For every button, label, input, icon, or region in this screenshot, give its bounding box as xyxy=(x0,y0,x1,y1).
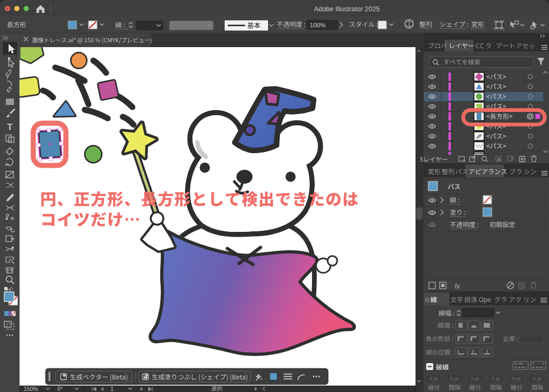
svg-text:0 pt: 0 pt xyxy=(533,375,541,381)
svg-text:0°: 0° xyxy=(57,386,63,392)
svg-text:150%: 150% xyxy=(24,386,38,392)
svg-text:1: 1 xyxy=(110,386,114,392)
svg-text:Adobe Illustrator 2025: Adobe Illustrator 2025 xyxy=(314,5,380,13)
svg-text:0 pt: 0 pt xyxy=(450,375,459,381)
svg-text:0 pt: 0 pt xyxy=(429,375,438,381)
svg-text:0 pt: 0 pt xyxy=(492,375,500,381)
svg-text:Ope: Ope xyxy=(479,296,491,304)
svg-text:fx: fx xyxy=(455,282,461,290)
svg-text:0 pt: 0 pt xyxy=(512,375,521,381)
svg-text:T: T xyxy=(8,123,13,132)
svg-text:100%: 100% xyxy=(310,22,325,28)
svg-text:0 pt: 0 pt xyxy=(471,375,479,381)
